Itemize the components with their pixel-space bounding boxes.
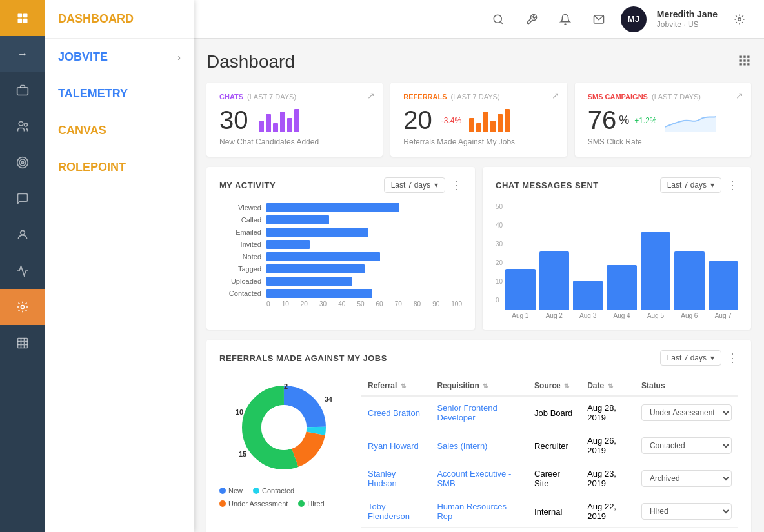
chat-bar-label: Aug 6 xyxy=(681,312,698,319)
col-date[interactable]: Date ⇅ xyxy=(581,376,635,396)
y-label: 40 xyxy=(496,222,503,229)
activity-bar-row: Uploaded xyxy=(219,277,462,286)
dropdown-item-canvas[interactable]: CANVAS xyxy=(45,112,194,149)
x-label: 90 xyxy=(432,300,439,308)
chevron-right-icon: › xyxy=(177,52,181,63)
cell-referral: Ryan Howard xyxy=(361,429,430,462)
referrals-time-filter[interactable]: Last 7 days ▾ xyxy=(660,350,721,366)
svg-point-6 xyxy=(25,123,28,126)
sidebar-icon-jobs[interactable] xyxy=(0,72,45,108)
cell-status: Under AssessmentContactedArchivedHiredNe… xyxy=(635,429,738,462)
sidebar-icon-analytics[interactable] xyxy=(0,253,45,289)
cell-date: Aug 28, 2019 xyxy=(581,396,635,429)
col-referral[interactable]: Referral ⇅ xyxy=(361,376,430,396)
activity-controls: Last 7 days ▾ ⋮ xyxy=(384,177,462,193)
mail-icon[interactable] xyxy=(587,8,610,31)
requisition-link-3[interactable]: Human Resources Rep xyxy=(437,502,507,521)
chat-bar-group: Aug 3 xyxy=(573,281,603,319)
svg-point-13 xyxy=(494,15,501,23)
sidebar-icon-users[interactable] xyxy=(0,217,45,253)
referrals-table-section: Referral ⇅ Requisition ⇅ Source ⇅ Date ⇅… xyxy=(361,376,738,532)
svg-point-9 xyxy=(21,161,23,163)
status-select-3[interactable]: Under AssessmentContactedArchivedHiredNe… xyxy=(641,503,732,520)
requisition-link-0[interactable]: Senior Frontend Developer xyxy=(437,403,497,422)
cell-referral: Creed Bratton xyxy=(361,396,430,429)
dropdown-label-talemetry: TALEMETRY xyxy=(58,87,128,101)
user-name: Meredith Jane xyxy=(657,8,718,20)
chat-bar xyxy=(709,261,738,310)
referral-link-2[interactable]: Stanley Hudson xyxy=(368,469,397,488)
activity-time-filter[interactable]: Last 7 days ▾ xyxy=(384,177,445,193)
chat-time-filter[interactable]: Last 7 days ▾ xyxy=(660,177,721,193)
export-icon-sms[interactable]: ↗ xyxy=(736,90,743,101)
referrals-controls: Last 7 days ▾ ⋮ xyxy=(660,350,738,366)
sidebar-icon-dashboard[interactable] xyxy=(0,0,45,36)
svg-rect-22 xyxy=(740,63,742,65)
activity-bar-container xyxy=(266,252,462,261)
dropdown-item-rolepoint[interactable]: ROLEPOINT xyxy=(45,149,194,186)
my-activity-card: MY ACTIVITY Last 7 days ▾ ⋮ Viewed Calle… xyxy=(206,167,475,330)
export-icon-chats[interactable]: ↗ xyxy=(367,90,375,101)
dropdown-item-talemetry[interactable]: TALEMETRY xyxy=(45,75,194,112)
col-source[interactable]: Source ⇅ xyxy=(528,376,581,396)
sidebar-icon-settings-gear[interactable] xyxy=(0,289,45,325)
status-select-2[interactable]: Under AssessmentContactedArchivedHiredNe… xyxy=(641,470,732,487)
svg-rect-3 xyxy=(23,19,28,23)
stat-value-referrals: 20 xyxy=(403,106,432,135)
cell-date: Aug 26, 2019 xyxy=(581,429,635,462)
cell-requisition: Senior Frontend Developer xyxy=(430,396,528,429)
sidebar-icon-chat[interactable] xyxy=(0,181,45,217)
y-label: 10 xyxy=(496,278,503,285)
referral-link-3[interactable]: Toby Flenderson xyxy=(368,502,410,521)
user-avatar[interactable]: MJ xyxy=(621,6,647,32)
activity-bar-row: Viewed xyxy=(219,203,462,212)
legend-label-under-assessment: Under Assessment xyxy=(228,500,288,507)
x-label: 10 xyxy=(282,300,289,308)
status-select-0[interactable]: Under AssessmentContactedArchivedHiredNe… xyxy=(641,404,732,421)
stat-sublabel-sms: (last 7 days) xyxy=(652,93,701,101)
referral-link-1[interactable]: Ryan Howard xyxy=(368,441,419,451)
donut-label-10: 10 xyxy=(236,408,243,416)
sidebar-nav-toggle[interactable]: → xyxy=(0,36,45,72)
activity-title: MY ACTIVITY xyxy=(219,181,276,190)
requisition-link-1[interactable]: Sales (Intern) xyxy=(437,441,487,451)
referral-link-0[interactable]: Creed Bratton xyxy=(368,408,420,418)
dropdown-item-jobvite[interactable]: JOBVITE › xyxy=(45,39,194,75)
search-icon[interactable] xyxy=(487,8,510,31)
svg-rect-16 xyxy=(740,55,742,57)
sidebar-icon-people[interactable] xyxy=(0,108,45,144)
sidebar-icon-target[interactable] xyxy=(0,144,45,181)
donut-section: 2 10 15 34 New Contac xyxy=(219,376,348,532)
chat-bar-group: Aug 4 xyxy=(607,265,636,319)
chat-bar-label: Aug 5 xyxy=(647,312,664,319)
requisition-link-2[interactable]: Account Executive - SMB xyxy=(437,469,511,488)
activity-bar-container xyxy=(266,240,462,249)
referrals-title: REFERRALS MADE AGAINST MY JOBS xyxy=(219,353,387,363)
dashboard-row: MY ACTIVITY Last 7 days ▾ ⋮ Viewed Calle… xyxy=(206,167,751,330)
activity-bar xyxy=(266,228,368,237)
col-requisition[interactable]: Requisition ⇅ xyxy=(430,376,528,396)
activity-chart: Viewed Called Emailed Invited Noted Tagg… xyxy=(219,203,462,308)
wrench-icon[interactable] xyxy=(520,8,543,31)
stat-card-chats: CHATS (last 7 days) 30 xyxy=(206,83,383,157)
activity-label-viewed: Viewed xyxy=(219,204,261,212)
referrals-more-icon[interactable]: ⋮ xyxy=(727,351,738,365)
chat-bar xyxy=(539,251,569,310)
export-icon-referrals[interactable]: ↗ xyxy=(552,90,559,101)
page-content: Dashboard CHATS (last 7 days) 30 xyxy=(194,39,764,532)
activity-more-icon[interactable]: ⋮ xyxy=(450,178,462,192)
status-select-1[interactable]: Under AssessmentContactedArchivedHiredNe… xyxy=(641,437,732,454)
activity-label-called: Called xyxy=(219,216,261,224)
svg-point-11 xyxy=(21,306,25,309)
settings-icon[interactable] xyxy=(728,8,751,31)
sort-icon-source: ⇅ xyxy=(564,382,569,389)
bell-icon[interactable] xyxy=(554,8,577,31)
table-header-row: Referral ⇅ Requisition ⇅ Source ⇅ Date ⇅… xyxy=(361,376,738,396)
sidebar-icon-table[interactable] xyxy=(0,325,45,361)
grid-view-icon[interactable] xyxy=(738,54,751,70)
chat-more-icon[interactable]: ⋮ xyxy=(727,178,738,192)
table-row: Toby Flenderson Human Resources Rep Inte… xyxy=(361,495,738,528)
stat-value-sms: 76 xyxy=(588,106,617,135)
svg-rect-18 xyxy=(747,55,749,57)
activity-bar xyxy=(266,215,329,224)
